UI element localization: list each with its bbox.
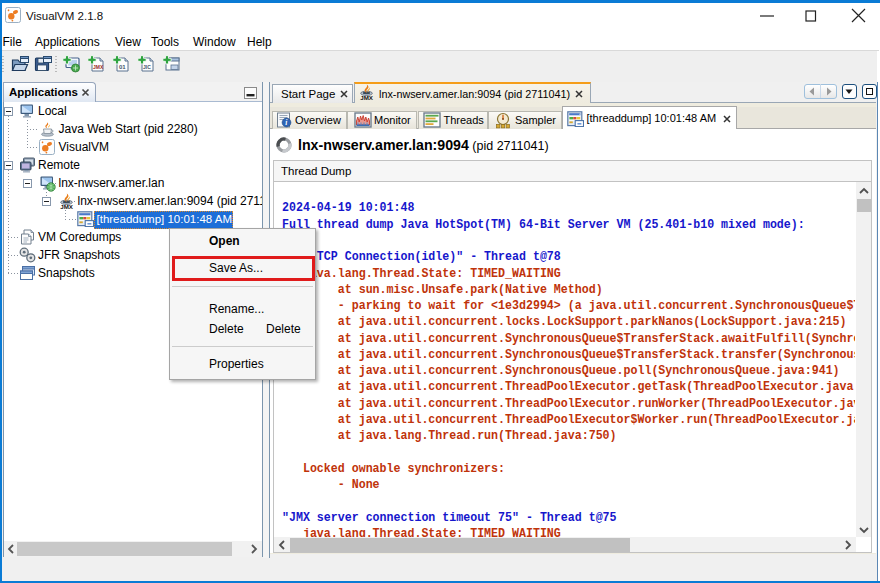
svg-text:JIC: JIC bbox=[143, 64, 151, 70]
svg-text:JMX: JMX bbox=[93, 64, 104, 70]
svg-text:01: 01 bbox=[119, 64, 126, 70]
svg-text:JMX: JMX bbox=[360, 94, 374, 101]
svg-text:JMX: JMX bbox=[60, 203, 74, 210]
